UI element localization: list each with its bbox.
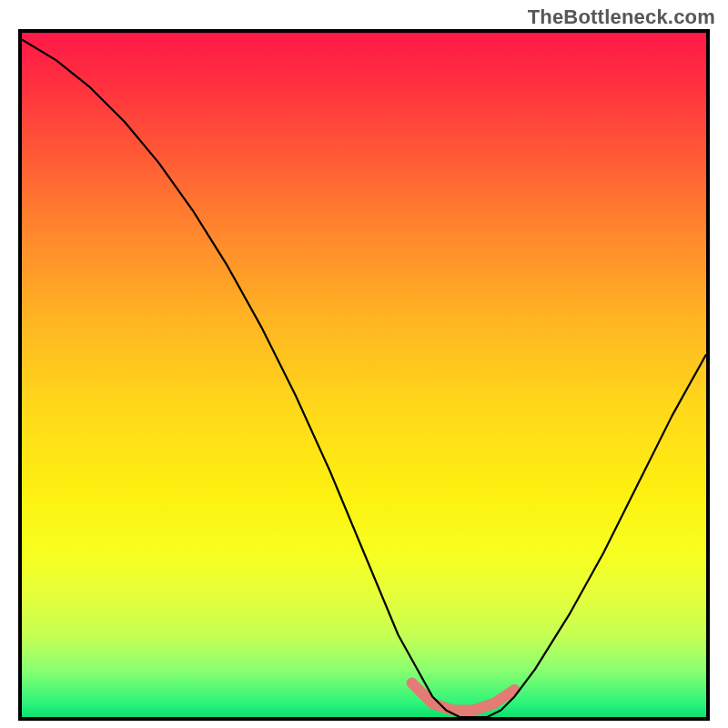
watermark-text: TheBottleneck.com <box>528 5 715 29</box>
chart-container: TheBottleneck.com <box>0 0 728 728</box>
plot-svg-layer <box>22 33 706 717</box>
plot-frame <box>18 29 710 721</box>
bottleneck-curve <box>22 40 706 717</box>
